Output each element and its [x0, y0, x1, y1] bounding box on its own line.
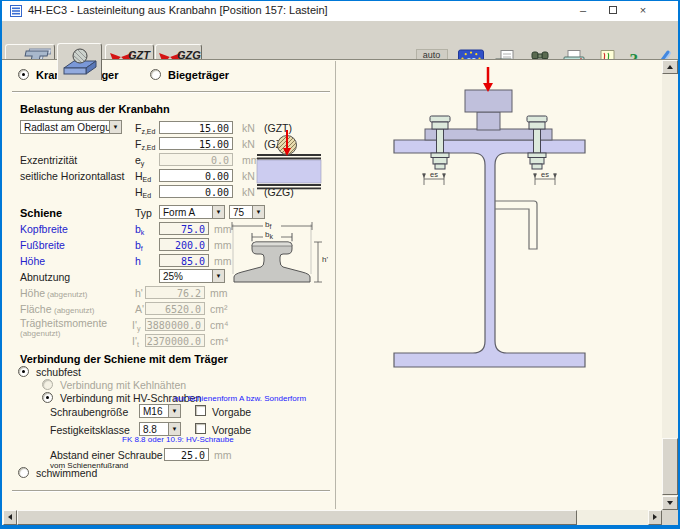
foot-width-label: Fußbreite [20, 239, 65, 251]
it-field: 2370000.0 [145, 334, 205, 347]
fz-gzg-field[interactable]: 15.00 [159, 137, 233, 150]
rail-section-heading: Schiene [20, 207, 62, 219]
bolt-class-vorgabe-checkbox[interactable] [195, 423, 206, 434]
bolt-distance-unit: mm [214, 449, 232, 461]
clamp-plate [425, 129, 552, 140]
clipped-next-heading: Nachweisoptionen [16, 503, 236, 508]
wheel-load-mini-diagram [254, 129, 332, 197]
radio-kehlnaehte [42, 379, 53, 390]
scroll-up-button[interactable] [662, 60, 678, 74]
tab-load-introduction[interactable] [57, 43, 102, 80]
iy-symbol: I'y [132, 319, 140, 335]
rail-head [465, 90, 512, 112]
eccentricity-label: Exzentrizität [20, 154, 77, 166]
bk-unit: mm [214, 223, 232, 235]
chevron-down-icon[interactable]: ▼ [212, 206, 224, 218]
vertical-scroll-thumb[interactable] [662, 438, 678, 495]
window-title: 4H-EC3 - Lasteinleitung aus Kranbahn [Po… [28, 4, 328, 16]
h-worn-unit: mm [210, 287, 228, 299]
h-field[interactable]: 85.0 [159, 254, 209, 267]
iy-unit: cm⁴ [210, 319, 229, 331]
wear-select[interactable]: 25% ▼ [159, 269, 225, 283]
h-gzg-symbol: HEd [135, 186, 151, 202]
arrow-right-icon [653, 514, 657, 520]
horizontal-scroll-thumb[interactable] [17, 510, 577, 525]
h-gzt-field[interactable]: 0.00 [159, 169, 233, 182]
load-position-select[interactable]: Radlast am Obergurt ▼ [20, 120, 122, 134]
hv-hint: nur Schienenform A bzw. Sonderform [174, 394, 306, 403]
app-icon [10, 5, 22, 17]
chevron-down-icon[interactable]: ▼ [212, 270, 224, 282]
angle-bracket [495, 201, 537, 249]
separator [12, 490, 330, 492]
radio-schubfest[interactable] [18, 366, 29, 377]
load-section-heading: Belastung aus der Kranbahn [20, 103, 170, 115]
bolt-class-select[interactable]: 8.8 ▼ [139, 422, 181, 436]
close-button[interactable]: × [628, 1, 658, 21]
wear-label: Abnutzung [20, 271, 70, 283]
bolt-class-hint: FK 8.8 oder 10.9: HV-Schraube [122, 435, 234, 444]
h-gzg-field[interactable]: 0.00 [159, 185, 233, 198]
bk-dim-label: bk [265, 230, 273, 240]
height-label: Höhe [20, 255, 45, 267]
tab-bar: GZT GZG au [2, 21, 678, 59]
radio-biegetraeger-label: Biegeträger [168, 69, 229, 81]
area-unit: cm² [210, 303, 228, 315]
h-gzt-symbol: HEd [135, 170, 151, 186]
scroll-left-button[interactable] [3, 510, 17, 525]
area-symbol: A' [135, 303, 144, 315]
bolt-size-vorgabe-checkbox[interactable] [195, 405, 206, 416]
separator [12, 91, 330, 93]
bolt-distance-field[interactable]: 25.0 [164, 448, 209, 461]
scroll-down-button[interactable] [662, 496, 678, 510]
bolt-class-label: Festigkeitsklasse [50, 424, 130, 436]
ey-symbol: ey [135, 154, 144, 170]
worn-area-label: Fläche [20, 303, 52, 315]
ey-field[interactable]: 0.0 [159, 153, 233, 166]
rail-type-label: Typ [135, 207, 152, 219]
fz-gzg-unit: kN [242, 138, 255, 150]
bk-field[interactable]: 75.0 [159, 222, 209, 235]
scroll-right-button[interactable] [648, 510, 662, 525]
iy-field: 3880000.0 [145, 318, 205, 331]
h-gzt-unit: kN [242, 170, 255, 182]
arrow-down-icon [667, 501, 673, 505]
wheel-load-icon [60, 47, 100, 77]
fz-gzt-field[interactable]: 15.00 [159, 121, 233, 134]
es-dim-label-left: es [430, 170, 438, 179]
h-symbol: h [135, 255, 141, 267]
arrow-up-icon [667, 65, 673, 69]
radio-schwimmend-label: schwimmend [36, 467, 97, 479]
radio-schwimmend[interactable] [18, 467, 29, 478]
rail-form-select[interactable]: Form A ▼ [159, 205, 225, 219]
worn-height-label: Höhe [20, 287, 45, 299]
bolt-size-label: Schraubengröße [50, 406, 128, 418]
fz-gzt-unit: kN [242, 122, 255, 134]
bk-symbol: bk [135, 223, 144, 239]
minimize-button[interactable]: – [568, 1, 598, 21]
h-worn-symbol: h' [135, 287, 143, 299]
worn-note: (abgenutzt) [20, 328, 60, 340]
radio-biegetraeger[interactable] [150, 69, 161, 80]
maximize-icon [609, 6, 617, 14]
bf-field[interactable]: 200.0 [159, 238, 209, 251]
chevron-down-icon[interactable]: ▼ [168, 405, 180, 417]
worn-note: (abgenutzt) [47, 289, 87, 301]
h-unit: mm [214, 255, 232, 267]
radio-kranbahntraeger[interactable] [18, 69, 29, 80]
bf-dim-label: bf [265, 220, 271, 230]
es-dim-label-right: es [541, 170, 549, 179]
scrollbar-corner [662, 510, 678, 525]
radio-hv-schrauben[interactable] [42, 392, 53, 403]
chevron-down-icon[interactable]: ▼ [109, 121, 121, 133]
chevron-down-icon[interactable]: ▼ [168, 423, 180, 435]
load-arrow [483, 67, 493, 92]
arrow-left-icon [8, 514, 12, 520]
h-worn-field: 76.2 [145, 286, 205, 299]
maximize-button[interactable] [598, 1, 628, 21]
application-window: 4H-EC3 - Lasteinleitung aus Kranbahn [Po… [0, 0, 680, 529]
titlebar: 4H-EC3 - Lasteinleitung aus Kranbahn [Po… [2, 1, 678, 21]
bolt-size-select[interactable]: M16 ▼ [139, 404, 181, 418]
head-width-label: Kopfbreite [20, 223, 68, 235]
fz-gzt-symbol: Fz,Ed [135, 122, 155, 138]
